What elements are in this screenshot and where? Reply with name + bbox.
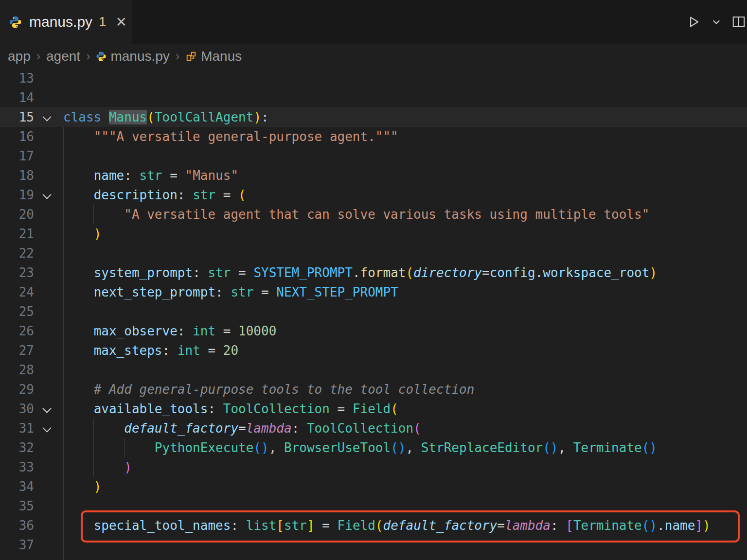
- code-text[interactable]: available_tools: ToolCollection = Field(: [63, 399, 747, 419]
- code-line[interactable]: 17: [0, 146, 747, 166]
- code-line[interactable]: 31 default_factory=lambda: ToolCollectio…: [0, 419, 747, 438]
- editor-tab-bar: manus.py 1 ×: [0, 0, 747, 44]
- code-line[interactable]: 15class Manus(ToolCallAgent):: [0, 107, 747, 127]
- line-number[interactable]: 18: [0, 166, 34, 185]
- code-text[interactable]: [63, 244, 747, 263]
- line-number[interactable]: 29: [0, 380, 34, 399]
- code-text[interactable]: description: str = (: [63, 185, 747, 205]
- code-line[interactable]: 29 # Add general-purpose tools to the to…: [0, 380, 747, 399]
- fold-spacer: [34, 360, 63, 380]
- code-line[interactable]: 22: [0, 244, 747, 263]
- fold-spacer: [34, 535, 63, 555]
- code-text[interactable]: [63, 360, 747, 380]
- fold-chevron-icon[interactable]: [34, 399, 63, 419]
- code-line[interactable]: 26 max_observe: int = 10000: [0, 321, 747, 341]
- code-line[interactable]: 28: [0, 360, 747, 380]
- run-button[interactable]: [687, 15, 701, 29]
- code-text[interactable]: max_steps: int = 20: [63, 341, 747, 360]
- code-text[interactable]: ): [63, 457, 747, 477]
- code-text[interactable]: next_step_prompt: str = NEXT_STEP_PROMPT: [63, 282, 747, 302]
- line-number[interactable]: 15: [0, 107, 34, 127]
- breadcrumb-item-class-manus[interactable]: Manus: [185, 49, 242, 64]
- line-number[interactable]: 22: [0, 244, 34, 263]
- code-line[interactable]: 18 name: str = "Manus": [0, 166, 747, 185]
- line-number[interactable]: 19: [0, 185, 34, 205]
- code-text[interactable]: name: str = "Manus": [63, 166, 747, 185]
- code-line[interactable]: 19 description: str = (: [0, 185, 747, 205]
- line-number[interactable]: 16: [0, 127, 34, 146]
- breadcrumb-separator-icon: ›: [36, 49, 40, 63]
- run-dropdown-button[interactable]: [711, 17, 722, 27]
- code-line[interactable]: 21 ): [0, 224, 747, 244]
- code-line[interactable]: 35: [0, 496, 747, 516]
- line-number[interactable]: 30: [0, 399, 34, 419]
- line-number[interactable]: 24: [0, 282, 34, 302]
- code-text[interactable]: default_factory=lambda: ToolCollection(: [63, 419, 747, 438]
- code-text[interactable]: [63, 146, 747, 166]
- line-number[interactable]: 21: [0, 224, 34, 244]
- code-line[interactable]: 27 max_steps: int = 20: [0, 341, 747, 360]
- line-number[interactable]: 28: [0, 360, 34, 380]
- line-number[interactable]: 31: [0, 419, 34, 438]
- line-number[interactable]: 37: [0, 535, 34, 555]
- code-text[interactable]: [63, 69, 747, 88]
- line-number[interactable]: 27: [0, 341, 34, 360]
- line-number[interactable]: 14: [0, 88, 34, 107]
- fold-chevron-icon[interactable]: [34, 419, 63, 438]
- split-editor-button[interactable]: [731, 15, 746, 29]
- code-line[interactable]: 20 "A versatile agent that can solve var…: [0, 205, 747, 224]
- fold-chevron-icon[interactable]: [34, 107, 63, 127]
- code-line[interactable]: 24 next_step_prompt: str = NEXT_STEP_PRO…: [0, 282, 747, 302]
- close-icon[interactable]: ×: [116, 13, 126, 31]
- tab-manus-py[interactable]: manus.py 1 ×: [0, 0, 132, 44]
- line-number[interactable]: 20: [0, 205, 34, 224]
- code-line[interactable]: 16 """A versatile general-purpose agent.…: [0, 127, 747, 146]
- breadcrumb-item-app[interactable]: app: [8, 49, 31, 64]
- code-text[interactable]: """A versatile general-purpose agent.""": [63, 127, 747, 146]
- code-line[interactable]: 32 PythonExecute(), BrowserUseTool(), St…: [0, 438, 747, 457]
- code-line[interactable]: 23 system_prompt: str = SYSTEM_PROMPT.fo…: [0, 263, 747, 282]
- code-line[interactable]: 37: [0, 535, 747, 555]
- line-number[interactable]: 36: [0, 516, 34, 535]
- code-text[interactable]: special_tool_names: list[str] = Field(de…: [63, 516, 747, 535]
- code-line[interactable]: 33 ): [0, 457, 747, 477]
- python-file-icon: [9, 16, 22, 29]
- fold-spacer: [34, 205, 63, 224]
- breadcrumb-label: manus.py: [110, 49, 169, 64]
- code-editor[interactable]: 131415class Manus(ToolCallAgent):16 """A…: [0, 69, 747, 560]
- code-text[interactable]: class Manus(ToolCallAgent):: [63, 107, 747, 127]
- code-text[interactable]: # Add general-purpose tools to the tool …: [63, 380, 747, 399]
- line-number[interactable]: 25: [0, 302, 34, 321]
- code-line[interactable]: 13: [0, 69, 747, 88]
- code-text[interactable]: [63, 302, 747, 321]
- code-line[interactable]: 34 ): [0, 477, 747, 496]
- code-text[interactable]: max_observe: int = 10000: [63, 321, 747, 341]
- fold-spacer: [34, 69, 63, 88]
- code-line[interactable]: 25: [0, 302, 747, 321]
- code-text[interactable]: system_prompt: str = SYSTEM_PROMPT.forma…: [63, 263, 747, 282]
- breadcrumb-item-manus-py[interactable]: manus.py: [96, 49, 169, 64]
- fold-chevron-icon[interactable]: [34, 185, 63, 205]
- line-number[interactable]: 32: [0, 438, 34, 457]
- breadcrumb-separator-icon: ›: [176, 49, 179, 63]
- code-text[interactable]: [63, 535, 747, 555]
- code-text[interactable]: ): [63, 224, 747, 244]
- line-number[interactable]: 35: [0, 496, 34, 516]
- code-line[interactable]: 14: [0, 88, 747, 107]
- code-text[interactable]: [63, 88, 747, 107]
- code-line[interactable]: 36 special_tool_names: list[str] = Field…: [0, 516, 747, 535]
- code-line[interactable]: 30 available_tools: ToolCollection = Fie…: [0, 399, 747, 419]
- code-text[interactable]: PythonExecute(), BrowserUseTool(), StrRe…: [63, 438, 747, 457]
- code-text[interactable]: ): [63, 477, 747, 496]
- code-text[interactable]: "A versatile agent that can solve variou…: [63, 205, 747, 224]
- line-number[interactable]: 23: [0, 263, 34, 282]
- line-number[interactable]: 17: [0, 146, 34, 166]
- line-number[interactable]: 13: [0, 69, 34, 88]
- line-number[interactable]: 33: [0, 457, 34, 477]
- line-number[interactable]: 34: [0, 477, 34, 496]
- breadcrumb-item-agent[interactable]: agent: [46, 49, 80, 64]
- breadcrumb-label: Manus: [201, 49, 242, 64]
- fold-spacer: [34, 127, 63, 146]
- code-text[interactable]: [63, 496, 747, 516]
- line-number[interactable]: 26: [0, 321, 34, 341]
